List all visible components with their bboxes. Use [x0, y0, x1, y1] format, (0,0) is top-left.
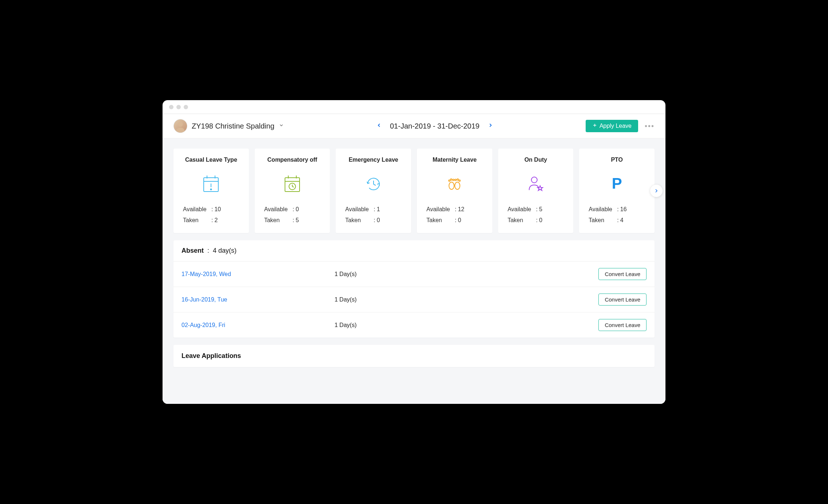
cards-scroll-next-button[interactable]: [650, 185, 663, 197]
card-stats: Available:0 Taken:5: [262, 206, 323, 224]
card-title: Maternity Leave: [433, 157, 477, 163]
leave-applications-heading: Leave Applications: [173, 345, 655, 367]
baby-feet-icon: [444, 173, 465, 194]
convert-leave-button[interactable]: Convert Leave: [598, 268, 647, 280]
svg-point-24: [457, 179, 458, 180]
apply-leave-label: Apply Leave: [599, 123, 632, 129]
absent-row: 16-Jun-2019, Tue 1 Day(s) Convert Leave: [173, 287, 655, 312]
date-prev-button[interactable]: [375, 121, 383, 131]
absent-heading: Absent : 4 day(s): [173, 240, 655, 261]
card-title: On Duty: [524, 157, 547, 163]
absent-date-link[interactable]: 02-Aug-2019, Fri: [181, 322, 335, 328]
apply-leave-button[interactable]: Apply Leave: [586, 120, 638, 132]
absent-row: 02-Aug-2019, Fri 1 Day(s) Convert Leave: [173, 312, 655, 338]
svg-point-19: [455, 182, 460, 189]
card-stats: Available:12 Taken:0: [424, 206, 485, 224]
svg-line-17: [374, 184, 376, 185]
convert-leave-button[interactable]: Convert Leave: [598, 319, 647, 331]
date-range-selector: 01-Jan-2019 - 31-Dec-2019: [284, 121, 586, 131]
leave-card-compensatory[interactable]: Compensatory off Available:0 Taken:5: [255, 149, 330, 233]
svg-line-15: [292, 186, 294, 187]
calendar-clock-icon: [282, 173, 302, 194]
card-stats: Available:10 Taken:2: [181, 206, 242, 224]
refresh-clock-icon: [363, 173, 384, 194]
svg-point-22: [453, 179, 454, 181]
header-actions: Apply Leave •••: [586, 120, 655, 132]
more-options-button[interactable]: •••: [645, 122, 655, 130]
absent-duration: 1 Day(s): [335, 322, 598, 328]
absent-date-link[interactable]: 16-Jun-2019, Tue: [181, 296, 335, 303]
leave-card-pto[interactable]: PTO P Available:16 Taken:4: [579, 149, 655, 233]
leave-card-casual[interactable]: Casual Leave Type Available:10 Taken:2: [173, 149, 249, 233]
page-header: ZY198 Christine Spalding 01-Jan-2019 - 3…: [163, 114, 665, 138]
card-title: Emergency Leave: [349, 157, 398, 163]
absent-duration: 1 Day(s): [335, 296, 598, 303]
traffic-light-close[interactable]: [169, 105, 173, 109]
leave-card-onduty[interactable]: On Duty Available:5 Taken:0: [498, 149, 574, 233]
person-star-icon: [526, 173, 546, 194]
traffic-light-minimize[interactable]: [176, 105, 181, 109]
calendar-alert-icon: [201, 173, 221, 194]
svg-point-8: [211, 189, 212, 190]
card-stats: Available:16 Taken:4: [586, 206, 647, 224]
svg-point-26: [531, 177, 537, 183]
leave-card-maternity[interactable]: Maternity Leave Available:12 Taken:0: [417, 149, 492, 233]
app-window: ZY198 Christine Spalding 01-Jan-2019 - 3…: [163, 100, 665, 404]
page-body: Casual Leave Type Available:10 Taken:2: [163, 138, 665, 404]
svg-point-25: [459, 180, 460, 181]
svg-point-21: [450, 179, 452, 180]
user-selector[interactable]: ZY198 Christine Spalding: [173, 119, 284, 133]
user-name: ZY198 Christine Spalding: [192, 122, 274, 130]
svg-point-20: [449, 180, 450, 181]
leave-cards-row: Casual Leave Type Available:10 Taken:2: [173, 149, 655, 233]
svg-point-23: [455, 179, 456, 181]
window-titlebar: [163, 100, 665, 114]
date-range-text[interactable]: 01-Jan-2019 - 31-Dec-2019: [390, 122, 480, 130]
date-next-button[interactable]: [486, 121, 495, 131]
avatar: [173, 119, 187, 133]
convert-leave-button[interactable]: Convert Leave: [598, 294, 647, 306]
card-title: Casual Leave Type: [185, 157, 237, 163]
absent-row: 17-May-2019, Wed 1 Day(s) Convert Leave: [173, 261, 655, 287]
svg-point-0: [178, 122, 183, 127]
traffic-light-zoom[interactable]: [184, 105, 188, 109]
leave-card-emergency[interactable]: Emergency Leave Available:1 Taken:0: [336, 149, 411, 233]
plus-icon: [592, 123, 597, 129]
card-stats: Available:1 Taken:0: [343, 206, 404, 224]
card-title: Compensatory off: [267, 157, 317, 163]
pto-letter-icon: P: [607, 173, 627, 194]
svg-point-18: [449, 182, 454, 189]
chevron-down-icon: [279, 123, 284, 129]
card-title: PTO: [611, 157, 623, 163]
absent-date-link[interactable]: 17-May-2019, Wed: [181, 271, 335, 277]
absent-panel: Absent : 4 day(s) 17-May-2019, Wed 1 Day…: [173, 240, 655, 338]
absent-duration: 1 Day(s): [335, 271, 598, 277]
card-stats: Available:5 Taken:0: [505, 206, 566, 224]
leave-applications-panel: Leave Applications: [173, 345, 655, 367]
